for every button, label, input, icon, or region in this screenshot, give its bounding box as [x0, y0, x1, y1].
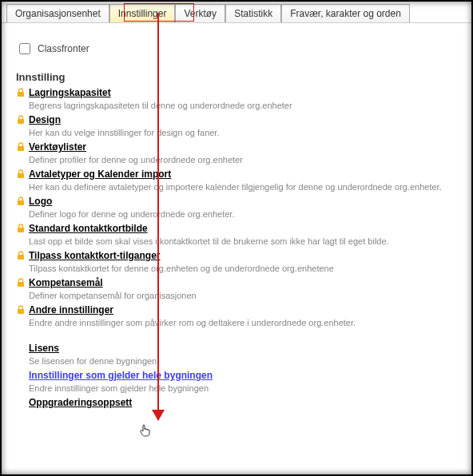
lock-icon: [16, 142, 26, 152]
link-license[interactable]: Lisens: [29, 342, 59, 355]
tab-tools[interactable]: Verktøy: [175, 4, 225, 22]
extra-row: Innstillinger som gjelder hele bygningen…: [16, 369, 457, 395]
setting-desc: Definer kompetansemål for organisasjonen: [29, 289, 457, 302]
setting-link-toollists[interactable]: Verktøylister: [29, 141, 86, 153]
svg-rect-3: [18, 173, 24, 178]
setting-link-design[interactable]: Design: [29, 113, 61, 126]
svg-rect-2: [18, 146, 24, 151]
tab-settings[interactable]: Innstillinger: [109, 4, 176, 22]
setting-link-logo[interactable]: Logo: [29, 195, 52, 208]
setting-row: Verktøylister Definer profiler for denne…: [16, 141, 457, 166]
tabs-bar: Organisasjonsenhet Innstillinger Verktøy…: [2, 2, 471, 23]
lock-icon: [16, 196, 26, 206]
extra-desc: Endre innstillinger som gjelder hele byg…: [29, 382, 457, 395]
lock-icon: [16, 115, 26, 125]
setting-link-competence[interactable]: Kompetansemål: [29, 276, 103, 289]
extra-desc: Se lisensen for denne bygningen: [29, 355, 457, 367]
setting-desc: Endre andre innstillinger som påvirker r…: [29, 316, 457, 329]
setting-link-contact-access[interactable]: Tilpass kontaktkort-tilganger: [29, 249, 160, 262]
setting-link-calendar[interactable]: Avtaletyper og Kalender import: [29, 168, 171, 180]
setting-desc: Begrens lagringskapasiteten til denne og…: [29, 99, 457, 112]
tab-org-unit[interactable]: Organisasjonsenhet: [6, 4, 109, 22]
tab-absence[interactable]: Fravær, karakter og orden: [281, 4, 410, 22]
extra-row: Lisens Se lisensen for denne bygningen: [16, 342, 457, 367]
classfronter-label: Classfronter: [38, 43, 89, 54]
svg-rect-7: [18, 282, 24, 287]
extra-row: Oppgraderingsoppsett: [16, 396, 457, 409]
setting-row: Avtaletyper og Kalender import Her kan d…: [16, 168, 457, 193]
svg-rect-5: [18, 228, 24, 232]
setting-row: Andre innstillinger Endre andre innstill…: [16, 303, 457, 329]
section-title: Innstilling: [16, 71, 457, 83]
lock-icon: [16, 224, 26, 233]
setting-row: Tilpass kontaktkort-tilganger Tilpass ko…: [16, 249, 457, 275]
tab-statistics[interactable]: Statistikk: [225, 4, 281, 22]
svg-rect-6: [18, 255, 24, 260]
svg-rect-1: [18, 119, 24, 124]
setting-row: Logo Definer logo for denne og underordn…: [16, 195, 457, 220]
setting-desc: Definer profiler for denne og underordne…: [29, 153, 457, 166]
svg-rect-8: [18, 309, 24, 314]
lock-icon: [16, 169, 26, 179]
setting-desc: Her kan du velge innstillinger for desig…: [29, 126, 457, 139]
setting-desc: Definer logo for denne og underordnede o…: [29, 208, 457, 220]
svg-rect-0: [18, 92, 24, 97]
setting-row: Lagringskapasitet Begrens lagringskapasi…: [16, 86, 457, 112]
setting-link-storage[interactable]: Lagringskapasitet: [29, 86, 111, 99]
setting-desc: Tilpass kontaktkortet for denne org.enhe…: [29, 262, 457, 275]
setting-link-contact-image[interactable]: Standard kontaktkortbilde: [29, 222, 148, 235]
setting-desc: Her kan du definere avtaletyper og impor…: [29, 180, 457, 193]
setting-row: Kompetansemål Definer kompetansemål for …: [16, 276, 457, 302]
link-building-settings[interactable]: Innstillinger som gjelder hele bygningen: [29, 369, 213, 382]
setting-desc: Last opp et bilde som skal vises i konta…: [29, 235, 457, 248]
lock-icon: [16, 278, 26, 288]
lock-icon: [16, 88, 26, 97]
lock-icon: [16, 251, 26, 260]
link-upgrade-setup[interactable]: Oppgraderingsoppsett: [29, 396, 132, 409]
classfronter-checkbox[interactable]: [19, 43, 30, 54]
setting-row: Design Her kan du velge innstillinger fo…: [16, 113, 457, 139]
lock-icon: [16, 305, 26, 315]
svg-rect-4: [18, 200, 24, 205]
setting-link-other[interactable]: Andre innstillinger: [29, 303, 113, 316]
setting-row: Standard kontaktkortbilde Last opp et bi…: [16, 222, 457, 248]
classfronter-row: Classfronter: [2, 23, 471, 71]
cursor-hand-icon: [140, 423, 151, 438]
